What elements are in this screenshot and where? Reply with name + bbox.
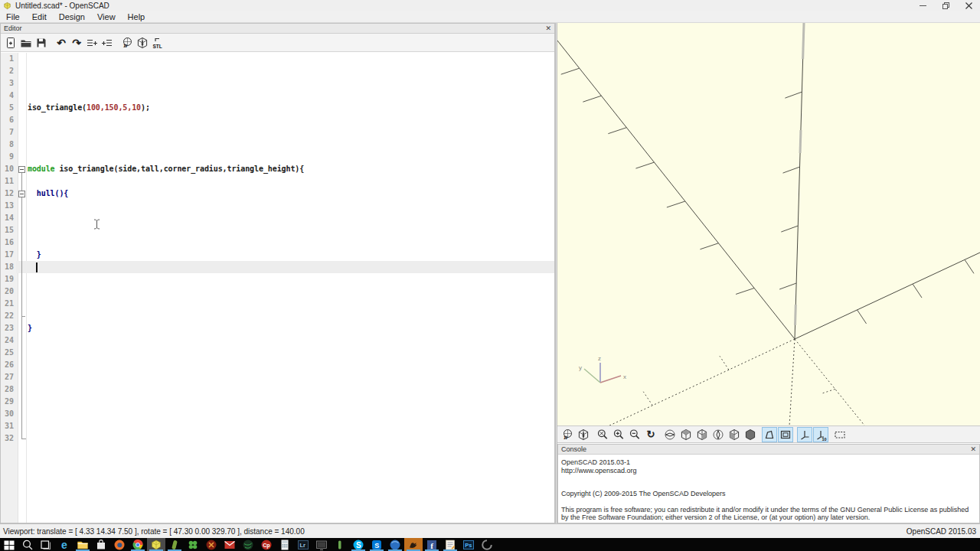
editor-line-row: 32 bbox=[1, 432, 554, 445]
taskbar-mail-button[interactable] bbox=[220, 538, 239, 551]
view-perspective-button[interactable] bbox=[762, 427, 777, 442]
taskbar-swirl-app-button[interactable] bbox=[478, 538, 496, 551]
edge-icon: e bbox=[61, 540, 67, 549]
openscad-app-icon bbox=[3, 2, 11, 10]
menu-file[interactable]: File bbox=[0, 11, 26, 23]
undo-button[interactable]: ↶ bbox=[54, 35, 69, 51]
save-file-button[interactable] bbox=[34, 35, 49, 51]
taskbar-task-view-button[interactable] bbox=[37, 538, 55, 551]
taskbar-small-green-app-button[interactable] bbox=[331, 538, 349, 551]
taskbar-corel-app-button[interactable]: Cp bbox=[257, 538, 276, 551]
menu-edit[interactable]: Edit bbox=[26, 11, 53, 23]
viewport-toolbar: »↻10 bbox=[557, 425, 980, 443]
line-number: 7 bbox=[1, 126, 16, 139]
taskbar-store-button[interactable] bbox=[92, 538, 110, 551]
view-back-button[interactable] bbox=[743, 427, 758, 442]
taskbar-skype-button[interactable]: S bbox=[349, 538, 368, 551]
view-left-button[interactable] bbox=[710, 427, 726, 442]
code-token: ); bbox=[141, 103, 150, 112]
close-button[interactable] bbox=[957, 0, 980, 11]
open-file-button[interactable] bbox=[18, 35, 34, 51]
new-file-icon bbox=[5, 37, 17, 49]
svg-text:»: » bbox=[123, 41, 128, 49]
view-bottom-button[interactable] bbox=[694, 427, 710, 442]
svg-text:Lr: Lr bbox=[300, 542, 306, 549]
zoom-out-button[interactable] bbox=[627, 427, 642, 442]
line-number: 16 bbox=[1, 236, 16, 249]
fold-collapse-box[interactable] bbox=[18, 166, 25, 173]
taskbar-file-explorer-button[interactable] bbox=[74, 538, 92, 551]
code-line-text: module iso_triangle(side,tall,corner_rad… bbox=[28, 163, 304, 175]
taskbar-notes-app-button[interactable] bbox=[441, 538, 459, 551]
console-line: This program is free software; you can r… bbox=[561, 506, 976, 522]
line-number: 29 bbox=[1, 396, 16, 408]
taskbar-skype-business-button[interactable]: S bbox=[368, 538, 386, 551]
mail-icon bbox=[224, 539, 236, 551]
indent-button[interactable] bbox=[100, 35, 115, 51]
axis-label-z: z bbox=[598, 355, 601, 362]
line-number: 18 bbox=[1, 261, 16, 273]
viewport-axes: zxy bbox=[557, 23, 980, 425]
reset-view-button[interactable]: ↻ bbox=[643, 427, 658, 442]
console-line: http://www.openscad.org bbox=[561, 467, 976, 475]
fold-collapse-box[interactable] bbox=[18, 191, 25, 197]
taskbar-search-button[interactable] bbox=[18, 538, 37, 551]
zoom-in-button[interactable] bbox=[611, 427, 626, 442]
taskbar-calculator-button[interactable] bbox=[276, 538, 294, 551]
taskbar-green-tool-button[interactable] bbox=[165, 538, 184, 551]
editor-line-row: 17 } bbox=[1, 249, 554, 261]
close-icon[interactable]: ✕ bbox=[970, 446, 976, 453]
zoom-all-button[interactable] bbox=[595, 427, 610, 442]
taskbar-attention-app-button[interactable] bbox=[404, 538, 423, 551]
new-file-button[interactable] bbox=[3, 35, 18, 51]
taskbar-clover-app-button[interactable] bbox=[184, 538, 202, 551]
line-number: 15 bbox=[1, 224, 16, 236]
taskbar-blue-sphere-app-button[interactable] bbox=[386, 538, 404, 551]
preview-button[interactable]: » bbox=[560, 427, 575, 442]
taskbar-monitor-app-button[interactable] bbox=[312, 538, 331, 551]
svg-text:S: S bbox=[374, 541, 379, 549]
render-button[interactable] bbox=[135, 35, 150, 51]
taskbar-globe-app-button[interactable] bbox=[239, 538, 257, 551]
view-top-button[interactable] bbox=[678, 427, 694, 442]
show-scale-markers-button[interactable]: 10 bbox=[813, 427, 828, 442]
view-orthogonal-button[interactable] bbox=[778, 427, 793, 442]
3d-viewport[interactable]: zxy bbox=[557, 23, 980, 425]
taskbar-openscad-button[interactable] bbox=[147, 538, 165, 551]
menu-help[interactable]: Help bbox=[122, 11, 152, 23]
taskbar-edge-button[interactable]: e bbox=[55, 538, 74, 551]
redo-button[interactable]: ↷ bbox=[69, 35, 84, 51]
view-all-button[interactable] bbox=[832, 427, 848, 442]
unindent-button[interactable] bbox=[84, 35, 100, 51]
show-axes-button[interactable] bbox=[797, 427, 812, 442]
menu-design[interactable]: Design bbox=[53, 11, 91, 23]
menu-view[interactable]: View bbox=[91, 11, 122, 23]
export-stl-button[interactable]: STL bbox=[150, 35, 165, 51]
taskbar-photoshop-button[interactable]: Ps bbox=[459, 538, 478, 551]
text-caret bbox=[36, 262, 38, 272]
code-token: iso_triangle( bbox=[28, 103, 87, 112]
close-icon[interactable]: ✕ bbox=[545, 25, 551, 32]
taskbar-lightroom-button[interactable]: Lr bbox=[294, 538, 312, 551]
view-left-icon bbox=[712, 429, 724, 441]
render-icon bbox=[136, 37, 149, 49]
store-icon bbox=[95, 539, 107, 551]
line-number: 28 bbox=[1, 383, 16, 396]
render-button[interactable] bbox=[576, 427, 591, 442]
code-line-text: } bbox=[28, 249, 41, 261]
monitor-app-icon bbox=[315, 539, 328, 551]
taskbar-chrome-button[interactable] bbox=[129, 538, 147, 551]
code-editor[interactable]: 12345iso_triangle(100,150,5,10);678910mo… bbox=[1, 53, 554, 523]
line-number: 2 bbox=[1, 65, 16, 77]
console-line: OpenSCAD 2015.03-1 bbox=[561, 458, 976, 467]
taskbar-firefox-button[interactable] bbox=[110, 538, 129, 551]
taskbar-facebook-button[interactable]: f bbox=[423, 538, 441, 551]
preview-button[interactable]: » bbox=[119, 35, 135, 51]
restore-button[interactable] bbox=[934, 0, 957, 11]
code-token: module bbox=[28, 165, 59, 173]
view-front-button[interactable] bbox=[727, 427, 742, 442]
minimize-button[interactable] bbox=[911, 0, 934, 11]
taskbar-red-circle-app-button[interactable] bbox=[202, 538, 220, 551]
taskbar-start-button[interactable] bbox=[0, 538, 18, 551]
view-right-button[interactable] bbox=[662, 427, 678, 442]
